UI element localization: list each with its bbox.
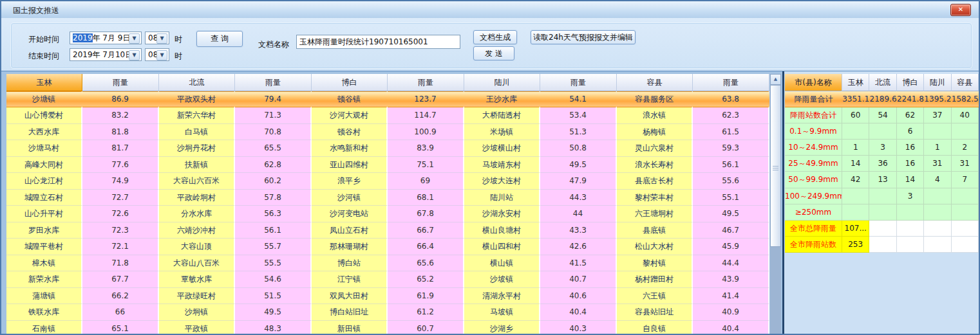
rain-value-cell[interactable]: 66.7 <box>388 222 464 239</box>
station-name-cell[interactable]: 大西水库 <box>6 124 82 140</box>
rain-value-cell[interactable]: 40.7 <box>540 271 617 287</box>
station-name-cell[interactable]: 黎村镇 <box>617 255 693 271</box>
generate-doc-button[interactable]: 文档生成 <box>473 30 517 44</box>
scrollbar-track[interactable] <box>770 247 781 335</box>
rain-value-cell[interactable]: 46.7 <box>693 222 769 239</box>
rain-value-cell[interactable]: 44.3 <box>540 190 617 206</box>
station-name-cell[interactable]: 城隍立石村 <box>6 190 82 206</box>
rain-value-cell[interactable]: 55.6 <box>693 173 769 189</box>
rain-value-cell[interactable]: 70.8 <box>235 124 312 140</box>
rain-value-cell[interactable]: 83.2 <box>82 107 159 123</box>
station-name-cell[interactable]: 沙坡横山村 <box>464 140 540 156</box>
station-name-cell[interactable]: 铁联水库 <box>6 304 82 320</box>
county-column-header[interactable]: 玉林 <box>6 74 82 91</box>
rain-value-cell[interactable]: 43.3 <box>540 222 617 239</box>
station-name-cell[interactable]: 罗田水库 <box>6 222 82 239</box>
station-name-cell[interactable]: 杨梅镇 <box>617 124 693 140</box>
station-name-cell[interactable]: 沙湖永安村 <box>464 206 540 222</box>
station-name-cell[interactable]: 横山良塘村 <box>464 222 540 239</box>
rain-value-cell[interactable]: 40.4 <box>693 321 769 335</box>
rain-value-cell[interactable]: 71.8 <box>82 255 159 271</box>
county-column-header[interactable]: 容县 <box>617 74 693 91</box>
chevron-down-icon[interactable]: ▼ <box>129 33 140 44</box>
rain-value-cell[interactable]: 55.7 <box>235 239 312 255</box>
station-name-cell[interactable]: 灵山六泉村 <box>617 140 693 156</box>
read-forecast-button[interactable]: 读取24h天气预报报文并编辑 <box>531 30 636 44</box>
rain-value-cell[interactable]: 57.8 <box>235 190 312 206</box>
station-name-cell[interactable]: 容县站旧址 <box>617 304 693 320</box>
station-name-cell[interactable]: 新荣六华村 <box>159 107 235 123</box>
station-name-cell[interactable]: 沙垌镇 <box>159 304 235 320</box>
station-name-cell[interactable]: 六王镇 <box>617 288 693 304</box>
station-name-cell[interactable]: 分水水库 <box>159 206 235 222</box>
rain-value-cell[interactable]: 65.2 <box>388 271 464 287</box>
rain-value-cell[interactable]: 81.7 <box>82 140 159 156</box>
station-name-cell[interactable]: 那林珊瑚村 <box>312 239 388 255</box>
rain-value-cell[interactable]: 41.4 <box>693 288 769 304</box>
station-name-cell[interactable]: 沙河镇 <box>312 190 388 206</box>
station-name-cell[interactable]: 沙河变电站 <box>312 206 388 222</box>
rain-value-cell[interactable]: 40.9 <box>693 304 769 320</box>
rain-value-cell[interactable]: 54.1 <box>540 91 617 107</box>
rain-value-cell[interactable]: 40.4 <box>540 304 617 320</box>
station-name-cell[interactable]: 高峰大同村 <box>6 157 82 173</box>
station-name-cell[interactable]: 山心龙江村 <box>6 173 82 189</box>
station-name-cell[interactable]: 六王塘垌村 <box>617 206 693 222</box>
rain-value-cell[interactable]: 56.3 <box>235 206 312 222</box>
rain-value-cell[interactable]: 61.2 <box>388 304 464 320</box>
station-name-cell[interactable]: 六靖沙冲村 <box>159 222 235 239</box>
rain-value-cell[interactable]: 86.9 <box>82 91 159 107</box>
rain-value-cell[interactable]: 61.9 <box>388 288 464 304</box>
chevron-down-icon[interactable]: ▼ <box>156 33 167 44</box>
station-name-cell[interactable]: 山心升平村 <box>6 206 82 222</box>
end-date-picker[interactable]: 2019年 7月10日 ▼ <box>70 48 142 61</box>
station-name-cell[interactable]: 马坡镇 <box>464 304 540 320</box>
rain-value-cell[interactable]: 61.5 <box>693 124 769 140</box>
station-name-cell[interactable]: 扶新镇 <box>159 157 235 173</box>
vertical-scrollbar[interactable]: ▲ <box>770 74 781 335</box>
rain-value-cell[interactable]: 77.6 <box>82 157 159 173</box>
rain-value-cell[interactable]: 44 <box>540 206 617 222</box>
station-name-cell[interactable]: 黎村荣丰村 <box>617 190 693 206</box>
rain-value-cell[interactable]: 68.1 <box>388 190 464 206</box>
rain-column-header[interactable]: 雨量 <box>82 74 159 91</box>
station-name-cell[interactable]: 县底镇 <box>617 222 693 239</box>
rain-value-cell[interactable]: 55.1 <box>693 190 769 206</box>
station-name-cell[interactable]: 平政岭垌村 <box>159 190 235 206</box>
station-name-cell[interactable]: 双凤大田村 <box>312 288 388 304</box>
rain-value-cell[interactable]: 60.2 <box>235 173 312 189</box>
rain-value-cell[interactable]: 66.4 <box>388 239 464 255</box>
rain-value-cell[interactable]: 56.1 <box>693 157 769 173</box>
station-name-cell[interactable]: 松山大水村 <box>617 239 693 255</box>
rain-value-cell[interactable]: 72.7 <box>82 190 159 206</box>
rain-value-cell[interactable]: 67.7 <box>82 271 159 287</box>
rain-value-cell[interactable]: 114.7 <box>388 107 464 123</box>
rain-value-cell[interactable]: 100.9 <box>388 124 464 140</box>
rain-value-cell[interactable]: 60.7 <box>388 321 464 335</box>
rain-value-cell[interactable]: 63.8 <box>693 91 769 107</box>
station-name-cell[interactable]: 白马镇 <box>159 124 235 140</box>
rain-column-header[interactable]: 雨量 <box>693 74 769 91</box>
rain-value-cell[interactable]: 65.1 <box>82 321 159 335</box>
station-name-cell[interactable]: 顿谷村 <box>312 124 388 140</box>
rain-value-cell[interactable]: 75.1 <box>388 157 464 173</box>
rain-value-cell[interactable]: 51.3 <box>540 124 617 140</box>
rain-value-cell[interactable]: 72.6 <box>82 206 159 222</box>
station-name-cell[interactable]: 浪水长寿村 <box>617 157 693 173</box>
rain-value-cell[interactable]: 79.4 <box>235 91 312 107</box>
send-button[interactable]: 发 送 <box>473 46 514 60</box>
station-name-cell[interactable]: 大容山顶 <box>159 239 235 255</box>
station-name-cell[interactable]: 博白站 <box>312 255 388 271</box>
station-name-cell[interactable]: 浪平乡 <box>312 173 388 189</box>
rain-value-cell[interactable]: 45.9 <box>693 239 769 255</box>
station-name-cell[interactable]: 樟木镇 <box>6 255 82 271</box>
station-name-cell[interactable]: 陆川站 <box>464 190 540 206</box>
chevron-down-icon[interactable]: ▼ <box>129 50 140 60</box>
station-name-cell[interactable]: 清湖永平村 <box>464 288 540 304</box>
station-name-cell[interactable]: 大桥陆透村 <box>464 107 540 123</box>
rain-value-cell[interactable]: 67.8 <box>388 206 464 222</box>
station-name-cell[interactable]: 沙湖乡 <box>464 321 540 335</box>
station-name-cell[interactable]: 城隍平巷村 <box>6 239 82 255</box>
scrollbar-thumb[interactable] <box>770 85 781 247</box>
station-name-cell[interactable]: 沙河大观村 <box>312 107 388 123</box>
